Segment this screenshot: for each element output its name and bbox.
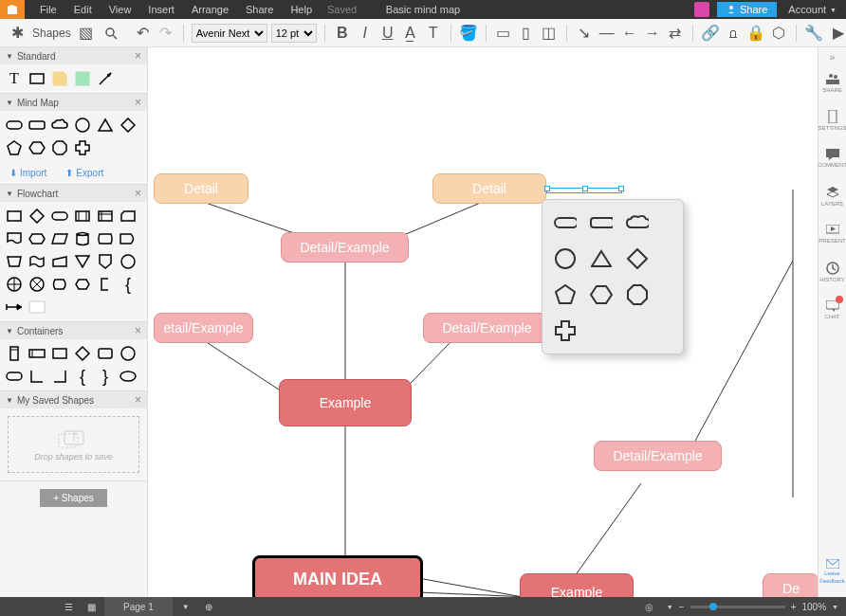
shape-fc-terminator[interactable] [51, 208, 68, 225]
shape-ct-bl[interactable] [28, 368, 46, 385]
shape-fc-offpage[interactable] [97, 253, 114, 270]
app-logo[interactable] [0, 0, 25, 19]
menu-file[interactable]: File [32, 4, 64, 15]
shape-fc-internal[interactable] [97, 208, 114, 225]
section-mindmap[interactable]: ▼Mind Map× [0, 94, 147, 111]
node-main-idea[interactable]: MAIN IDEA [252, 555, 423, 597]
shape-fc-circle[interactable] [120, 253, 137, 270]
account-menu[interactable]: Account ▼ [779, 4, 846, 15]
popup-shape-cloud[interactable] [626, 211, 649, 234]
present-icon[interactable]: ▶ [829, 24, 846, 43]
fill-icon[interactable]: 🪣 [459, 24, 478, 43]
shape-ct-brace[interactable]: { [74, 368, 91, 385]
gear-icon[interactable]: ✱ [8, 24, 27, 43]
magnet-icon[interactable]: ⩍ [724, 24, 743, 43]
shape-mm-hexagon[interactable] [28, 139, 46, 156]
shape-ct-hswim[interactable] [28, 345, 46, 362]
align-left-icon[interactable]: ▭ [494, 24, 513, 43]
popup-shape-octagon[interactable] [626, 283, 649, 306]
sidebar-settings[interactable]: SETTINGS [818, 102, 847, 138]
shape-ct-pill[interactable] [6, 368, 23, 385]
export-button[interactable]: ⬆ Export [65, 168, 103, 178]
node-detail-example-4[interactable]: Detail/Example [594, 441, 722, 471]
undo-icon[interactable]: ↶ [134, 24, 153, 43]
menu-view[interactable]: View [101, 4, 139, 15]
text-format-icon[interactable]: T [424, 24, 443, 43]
node-detail-example-1[interactable]: Detail/Example [281, 232, 409, 263]
shape-fc-diamond[interactable] [28, 208, 46, 225]
bold-button[interactable]: B [333, 24, 352, 43]
shape-fc-input[interactable] [51, 253, 68, 270]
menu-share[interactable]: Share [238, 4, 281, 15]
cube-icon[interactable]: ⬡ [769, 24, 788, 43]
menu-help[interactable]: Help [283, 4, 320, 15]
shape-fc-brace[interactable]: { [120, 276, 137, 293]
shape-fc-hex[interactable] [28, 230, 46, 247]
sidebar-chat[interactable]: CHAT [818, 292, 847, 328]
shape-mm-circle[interactable] [74, 117, 91, 134]
link-icon[interactable]: 🔗 [701, 24, 720, 43]
shape-fc-loop[interactable] [74, 276, 91, 293]
sidebar-history[interactable]: HISTORY [818, 254, 847, 290]
share-button[interactable]: Share [717, 2, 777, 17]
section-containers[interactable]: ▼Containers× [0, 322, 147, 339]
shape-fc-db[interactable] [74, 230, 91, 247]
zoom-slider[interactable] [690, 606, 785, 608]
popup-shape-pentagon[interactable] [554, 283, 577, 306]
section-flowchart[interactable]: ▼Flowchart× [0, 185, 147, 202]
shape-mm-rrect[interactable] [28, 117, 46, 134]
node-detail-example-5[interactable]: De [763, 573, 818, 597]
import-button[interactable]: ⬇ Import [9, 168, 46, 178]
sidebar-present[interactable]: PRESENT [818, 216, 847, 252]
font-select[interactable]: Avenir Next [192, 24, 267, 43]
menu-arrange[interactable]: Arrange [184, 4, 236, 15]
node-detail-example-3[interactable]: Detail/Example [423, 313, 551, 343]
target-icon[interactable]: ◎ [638, 602, 661, 612]
document-title[interactable]: Basic mind map [386, 4, 460, 15]
shape-fc-storage[interactable] [97, 230, 114, 247]
menu-insert[interactable]: Insert [140, 4, 182, 15]
shape-ct-circle[interactable] [120, 345, 137, 362]
popup-shape-rrect[interactable] [590, 211, 613, 234]
section-standard[interactable]: ▼Standard× [0, 47, 147, 64]
canvas[interactable]: Detail Detail Detail/Example etail/Examp… [148, 47, 818, 597]
sidebar-comment[interactable]: COMMENT [818, 140, 847, 176]
shape-fc-card[interactable] [120, 208, 137, 225]
menu-edit[interactable]: Edit [66, 4, 100, 15]
shape-ct-vswim[interactable] [6, 345, 23, 362]
shape-fc-sum[interactable] [28, 276, 46, 293]
search-icon[interactable] [101, 24, 120, 43]
shape-fc-swatch[interactable] [28, 299, 46, 316]
arrow-right-icon[interactable]: → [643, 24, 662, 43]
node-example-2[interactable]: Example [520, 573, 634, 597]
shape-fc-note[interactable] [97, 276, 114, 293]
arrow-left-icon[interactable]: ← [620, 24, 639, 43]
shape-text[interactable]: T [6, 70, 23, 87]
shape-mm-cloud[interactable] [51, 117, 68, 134]
text-color-icon[interactable]: A̲ [401, 24, 420, 43]
align-dist-icon[interactable]: ◫ [540, 24, 559, 43]
align-center-icon[interactable]: ▯ [517, 24, 536, 43]
popup-shape-cross[interactable] [554, 319, 577, 342]
expand-sidebar-icon[interactable]: » [818, 51, 846, 63]
zoom-level[interactable]: 100% [801, 602, 826, 612]
popup-shape-diamond[interactable] [626, 247, 649, 270]
list-view-icon[interactable]: ☰ [57, 602, 80, 612]
shape-line[interactable] [97, 70, 114, 87]
shape-fc-predef[interactable] [74, 208, 91, 225]
page-menu-icon[interactable]: ▼ [175, 603, 197, 611]
shape-ct-ellipse[interactable] [120, 368, 137, 385]
shape-mm-diamond[interactable] [120, 117, 137, 134]
node-detail-2[interactable]: Detail [432, 173, 546, 204]
shape-fc-para[interactable] [51, 230, 68, 247]
redo-icon[interactable]: ↷ [156, 24, 175, 43]
shape-fc-display[interactable] [51, 276, 68, 293]
shape-ct-brace2[interactable]: } [97, 368, 114, 385]
selection-handles[interactable] [546, 188, 622, 193]
shape-ct-diamond[interactable] [74, 345, 91, 362]
page-tab[interactable]: Page 1 [104, 597, 173, 616]
shape-mm-octagon[interactable] [51, 139, 68, 156]
image-icon[interactable]: ▧ [77, 24, 96, 43]
popup-shape-circle[interactable] [554, 247, 577, 270]
wrench-icon[interactable]: 🔧 [804, 24, 823, 43]
